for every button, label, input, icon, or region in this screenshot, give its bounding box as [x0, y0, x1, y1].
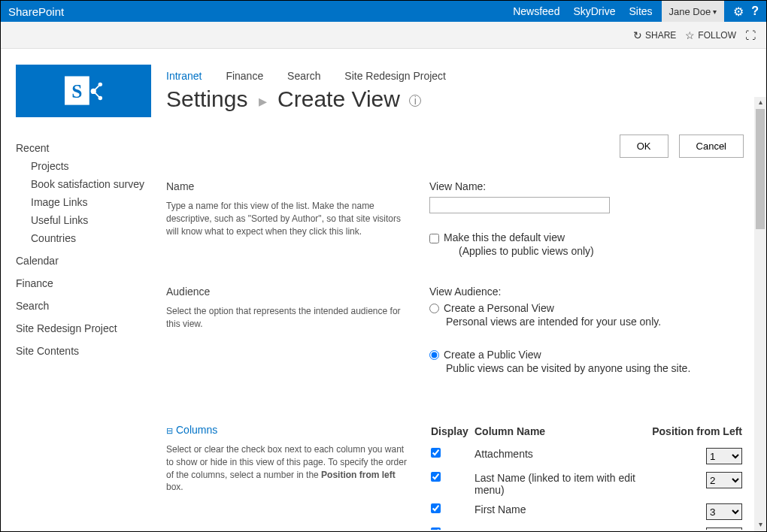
app-title: SharePoint — [8, 5, 513, 18]
nav-contents[interactable]: Site Contents — [16, 345, 151, 357]
col-name: Company — [474, 524, 650, 530]
nav-sub-book[interactable]: Book satisfaction survey — [31, 178, 151, 190]
cancel-button[interactable]: Cancel — [679, 135, 744, 158]
subbar: ↻ SHARE ☆ FOLLOW ⛶ — [1, 22, 766, 49]
col-position-select[interactable]: 4 — [706, 527, 742, 530]
scroll-thumb[interactable] — [756, 109, 765, 229]
collapse-icon: ⊟ — [166, 426, 173, 435]
table-row: First Name 3 — [431, 500, 742, 523]
breadcrumb: Intranet Finance Search Site Redesign Pr… — [166, 70, 744, 82]
share-button[interactable]: ↻ SHARE — [633, 29, 676, 41]
scroll-up-icon[interactable]: ▴ — [754, 97, 766, 109]
nav-search[interactable]: Search — [16, 300, 151, 312]
view-name-label: View Name: — [429, 180, 744, 192]
nav-sub-image[interactable]: Image Links — [31, 196, 151, 208]
col-checkbox[interactable] — [431, 503, 441, 513]
section-name-heading: Name — [166, 180, 408, 192]
col-position-select[interactable]: 3 — [706, 503, 742, 520]
nav-calendar[interactable]: Calendar — [16, 255, 151, 267]
radio-personal-label: Create a Personal View — [444, 302, 554, 314]
section-columns-desc: Select or clear the check box next to ea… — [166, 443, 408, 494]
radio-personal[interactable] — [429, 304, 439, 313]
page-title: Settings ▸ Create View i — [166, 86, 744, 112]
nav-finance[interactable]: Finance — [16, 277, 151, 289]
col-checkbox[interactable] — [431, 448, 441, 458]
view-name-input[interactable] — [429, 197, 610, 213]
radio-public[interactable] — [429, 350, 439, 360]
user-name: Jane Doe — [669, 6, 711, 17]
default-view-checkbox[interactable] — [429, 234, 439, 243]
ok-button[interactable]: OK — [620, 135, 668, 158]
ribbon: SharePoint Newsfeed SkyDrive Sites Jane … — [1, 1, 766, 22]
col-checkbox[interactable] — [431, 472, 441, 482]
col-name: Last Name (linked to item with edit menu… — [474, 469, 650, 499]
nav-recent[interactable]: Recent — [16, 142, 151, 154]
ribbon-link-skydrive[interactable]: SkyDrive — [573, 5, 615, 17]
th-display: Display — [431, 425, 473, 443]
crumb-intranet[interactable]: Intranet — [166, 70, 202, 82]
col-name: Attachments — [474, 445, 650, 467]
table-row: Last Name (linked to item with edit menu… — [431, 469, 742, 499]
th-colname: Column Name — [474, 425, 650, 443]
default-view-sublabel: (Applies to public views only) — [459, 245, 594, 257]
ribbon-link-newsfeed[interactable]: Newsfeed — [513, 5, 559, 17]
col-checkbox[interactable] — [431, 527, 441, 530]
section-audience-heading: Audience — [166, 286, 408, 298]
view-audience-label: View Audience: — [429, 286, 744, 298]
user-menu[interactable]: Jane Doe ▾ — [662, 1, 725, 22]
share-icon: ↻ — [633, 29, 642, 41]
crumb-search[interactable]: Search — [287, 70, 320, 82]
table-row: Company 4 — [431, 524, 742, 530]
radio-personal-sub: Personal views are intended for your use… — [446, 316, 744, 328]
caret-down-icon: ▾ — [713, 8, 717, 16]
chevron-right-icon: ▸ — [259, 92, 267, 110]
info-icon[interactable]: i — [409, 95, 421, 107]
scrollbar[interactable]: ▴ ▾ — [754, 97, 766, 531]
left-nav: Recent Projects Book satisfaction survey… — [1, 49, 151, 531]
ribbon-link-sites[interactable]: Sites — [629, 5, 652, 17]
gear-icon[interactable]: ⚙ — [733, 5, 744, 19]
section-columns-heading[interactable]: ⊟Columns — [166, 424, 408, 436]
crumb-finance[interactable]: Finance — [226, 70, 263, 82]
scroll-down-icon[interactable]: ▾ — [754, 519, 766, 531]
nav-sub-useful[interactable]: Useful Links — [31, 214, 151, 226]
nav-sub-projects[interactable]: Projects — [31, 160, 151, 172]
star-icon: ☆ — [685, 29, 695, 41]
section-name-desc: Type a name for this view of the list. M… — [166, 200, 408, 237]
col-position-select[interactable]: 2 — [706, 472, 742, 488]
table-row: Attachments 1 — [431, 445, 742, 467]
default-view-label: Make this the default view — [444, 231, 594, 243]
th-position: Position from Left — [652, 425, 742, 443]
radio-public-sub: Public views can be visited by anyone us… — [446, 362, 744, 374]
follow-button[interactable]: ☆ FOLLOW — [685, 29, 736, 41]
nav-redesign[interactable]: Site Redesign Project — [16, 322, 151, 334]
radio-public-label: Create a Public View — [444, 349, 541, 361]
crumb-redesign[interactable]: Site Redesign Project — [344, 70, 446, 82]
col-position-select[interactable]: 1 — [706, 448, 742, 464]
section-audience-desc: Select the option that represents the in… — [166, 305, 408, 331]
col-name: First Name — [474, 500, 650, 523]
focus-icon[interactable]: ⛶ — [745, 29, 756, 41]
ribbon-links: Newsfeed SkyDrive Sites — [513, 5, 652, 17]
nav-sub-countries[interactable]: Countries — [31, 232, 151, 244]
help-icon[interactable]: ? — [751, 5, 759, 18]
columns-table: Display Column Name Position from Left A… — [429, 424, 744, 530]
